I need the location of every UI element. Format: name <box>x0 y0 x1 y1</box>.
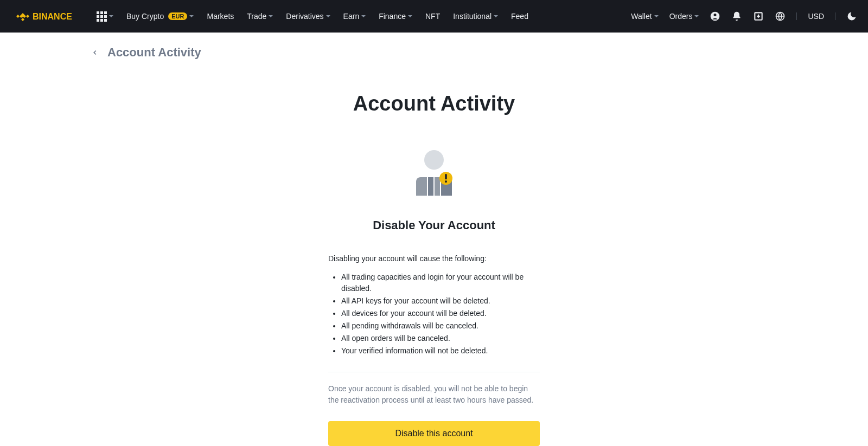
main-header: BINANCE Buy Crypto EUR Markets Trade Der… <box>0 0 868 33</box>
nav-feed[interactable]: Feed <box>511 12 528 21</box>
apps-menu[interactable] <box>97 11 113 22</box>
globe-icon[interactable] <box>775 11 786 22</box>
chevron-down-icon <box>654 15 659 17</box>
svg-rect-9 <box>445 174 447 179</box>
account-warning-illustration <box>410 148 458 197</box>
nav-left: Buy Crypto EUR Markets Trade Derivatives… <box>97 11 528 22</box>
chevron-down-icon <box>494 15 498 17</box>
list-item: All trading capacities and login for you… <box>341 272 540 294</box>
nav-derivatives[interactable]: Derivatives <box>286 12 330 21</box>
nav-label: Feed <box>511 12 528 21</box>
nav-buy-crypto[interactable]: Buy Crypto EUR <box>126 12 194 21</box>
nav-label: Buy Crypto <box>126 12 164 21</box>
consequences-list: All trading capacities and login for you… <box>328 272 540 357</box>
list-item: All devices for your account will be del… <box>341 308 540 319</box>
nav-label: Finance <box>379 12 406 21</box>
theme-icon[interactable] <box>846 11 857 22</box>
nav-trade[interactable]: Trade <box>247 12 273 21</box>
chevron-down-icon <box>189 15 194 17</box>
chevron-down-icon <box>109 15 113 17</box>
nav-orders[interactable]: Orders <box>669 12 699 21</box>
nav-institutional[interactable]: Institutional <box>453 12 498 21</box>
intro-text: Disabling your account will cause the fo… <box>328 254 540 263</box>
note-text: Once your account is disabled, you will … <box>328 383 540 406</box>
brand-text: BINANCE <box>33 12 72 21</box>
svg-point-5 <box>424 150 444 170</box>
nav-label: Institutional <box>453 12 492 21</box>
svg-point-10 <box>445 180 447 183</box>
chevron-down-icon <box>326 15 330 17</box>
download-icon[interactable] <box>753 11 764 22</box>
nav-label: Earn <box>343 12 360 21</box>
svg-point-0 <box>22 15 24 17</box>
chevron-down-icon <box>408 15 412 17</box>
breadcrumb-title: Account Activity <box>107 46 201 60</box>
list-item: All pending withdrawals will be canceled… <box>341 320 540 332</box>
divider <box>796 12 797 20</box>
divider <box>328 372 540 372</box>
info-block: Disabling your account will cause the fo… <box>328 254 540 446</box>
binance-logo[interactable]: BINANCE <box>11 10 87 23</box>
nav-earn[interactable]: Earn <box>343 12 366 21</box>
nav-nft[interactable]: NFT <box>425 12 440 21</box>
svg-rect-6 <box>428 177 433 196</box>
nav-label: NFT <box>425 12 440 21</box>
divider <box>835 12 835 20</box>
nav-label: Orders <box>669 12 693 21</box>
nav-label: Trade <box>247 12 266 21</box>
nav-markets[interactable]: Markets <box>207 12 234 21</box>
chevron-down-icon <box>361 15 366 17</box>
currency-selector[interactable]: USD <box>808 12 824 21</box>
nav-label: Wallet <box>631 12 652 21</box>
section-title: Disable Your Account <box>239 218 629 232</box>
chevron-down-icon <box>269 15 273 17</box>
list-item: All open orders will be canceled. <box>341 333 540 344</box>
back-button[interactable] <box>91 49 99 56</box>
nav-wallet[interactable]: Wallet <box>631 12 658 21</box>
disable-account-button[interactable]: Disable this account <box>328 421 540 446</box>
bell-icon[interactable] <box>731 11 742 22</box>
list-item: All API keys for your account will be de… <box>341 295 540 307</box>
chevron-down-icon <box>694 15 699 17</box>
nav-right: Wallet Orders USD <box>631 11 857 22</box>
main-content: Account Activity Disable Your Account Di… <box>228 60 640 446</box>
account-icon[interactable] <box>710 11 720 22</box>
nav-label: Markets <box>207 12 234 21</box>
svg-point-2 <box>714 14 717 16</box>
svg-rect-7 <box>435 177 440 196</box>
currency-badge: EUR <box>168 12 187 20</box>
breadcrumb: Account Activity <box>0 33 868 60</box>
grid-icon <box>97 11 107 22</box>
page-title: Account Activity <box>239 92 629 115</box>
nav-label: Derivatives <box>286 12 323 21</box>
nav-finance[interactable]: Finance <box>379 12 412 21</box>
list-item: Your verified information will not be de… <box>341 345 540 357</box>
